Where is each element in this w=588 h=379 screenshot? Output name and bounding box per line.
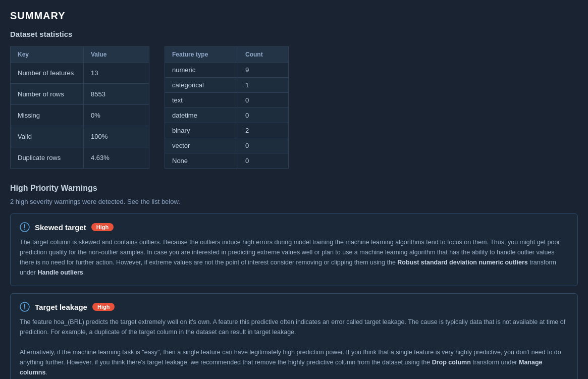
warnings-subtitle: 2 high severity warnings were detected. … bbox=[10, 198, 578, 205]
table-row: Missing0% bbox=[11, 105, 149, 126]
target-leakage-card: Target leakage High The feature hoa_(BRL… bbox=[10, 293, 578, 379]
statistics-tables-row: Key Value Number of features13Number of … bbox=[10, 46, 578, 169]
target-leakage-icon bbox=[20, 302, 30, 312]
count-cell: 1 bbox=[238, 78, 289, 93]
feature-type-cell: datetime bbox=[165, 108, 238, 123]
key-cell: Number of rows bbox=[11, 84, 84, 105]
svg-point-5 bbox=[24, 308, 25, 309]
target-leakage-badge: High bbox=[92, 303, 115, 311]
value-cell: 100% bbox=[84, 126, 149, 147]
skewed-target-badge: High bbox=[91, 223, 114, 231]
feature-type-cell: numeric bbox=[165, 63, 238, 78]
value-cell: 4.63% bbox=[84, 147, 149, 169]
feature-type-cell: vector bbox=[165, 138, 238, 153]
key-cell: Number of features bbox=[11, 63, 84, 84]
value-cell: 8553 bbox=[84, 84, 149, 105]
table-row: Valid100% bbox=[11, 126, 149, 147]
target-leakage-header: Target leakage High bbox=[20, 302, 568, 312]
table-row: binary2 bbox=[165, 123, 289, 138]
skewed-target-title: Skewed target bbox=[35, 223, 86, 232]
target-leakage-title: Target leakage bbox=[35, 303, 87, 311]
key-cell: Valid bbox=[11, 126, 84, 147]
high-priority-title: High Priority Warnings bbox=[10, 184, 578, 193]
skewed-target-header: Skewed target High bbox=[20, 222, 568, 232]
count-cell: 2 bbox=[238, 123, 289, 138]
feature-type-cell: None bbox=[165, 153, 238, 169]
target-leakage-body: The feature hoa_(BRL) predicts the targe… bbox=[20, 317, 568, 377]
key-value-table: Key Value Number of features13Number of … bbox=[10, 46, 149, 169]
count-cell: 9 bbox=[238, 63, 289, 78]
count-cell: 0 bbox=[238, 108, 289, 123]
key-cell: Missing bbox=[11, 105, 84, 126]
table-row: numeric9 bbox=[165, 63, 289, 78]
feature-type-table: Feature type Count numeric9categorical1t… bbox=[165, 46, 289, 169]
dataset-statistics-title: Dataset statistics bbox=[10, 30, 578, 38]
table-row: text0 bbox=[165, 93, 289, 108]
svg-point-2 bbox=[24, 229, 25, 230]
page-title: SUMMARY bbox=[10, 10, 578, 22]
key-cell: Duplicate rows bbox=[11, 147, 84, 169]
skewed-target-body: The target column is skewed and contains… bbox=[20, 237, 568, 278]
feature-type-cell: categorical bbox=[165, 78, 238, 93]
table-row: vector0 bbox=[165, 138, 289, 153]
skewed-target-icon bbox=[20, 222, 30, 232]
value-cell: 13 bbox=[84, 63, 149, 84]
count-column-header: Count bbox=[238, 47, 289, 63]
value-column-header: Value bbox=[84, 47, 149, 63]
dataset-statistics-section: Dataset statistics Key Value Number of f… bbox=[10, 30, 578, 169]
feature-type-cell: text bbox=[165, 93, 238, 108]
table-row: Number of rows8553 bbox=[11, 84, 149, 105]
value-cell: 0% bbox=[84, 105, 149, 126]
table-row: Number of features13 bbox=[11, 63, 149, 84]
table-row: None0 bbox=[165, 153, 289, 169]
table-row: categorical1 bbox=[165, 78, 289, 93]
count-cell: 0 bbox=[238, 138, 289, 153]
high-priority-section: High Priority Warnings 2 high severity w… bbox=[10, 184, 578, 379]
table-row: datetime0 bbox=[165, 108, 289, 123]
count-cell: 0 bbox=[238, 153, 289, 169]
skewed-target-card: Skewed target High The target column is … bbox=[10, 213, 578, 286]
feature-type-column-header: Feature type bbox=[165, 47, 238, 63]
key-column-header: Key bbox=[11, 47, 84, 63]
table-row: Duplicate rows4.63% bbox=[11, 147, 149, 169]
count-cell: 0 bbox=[238, 93, 289, 108]
feature-type-cell: binary bbox=[165, 123, 238, 138]
